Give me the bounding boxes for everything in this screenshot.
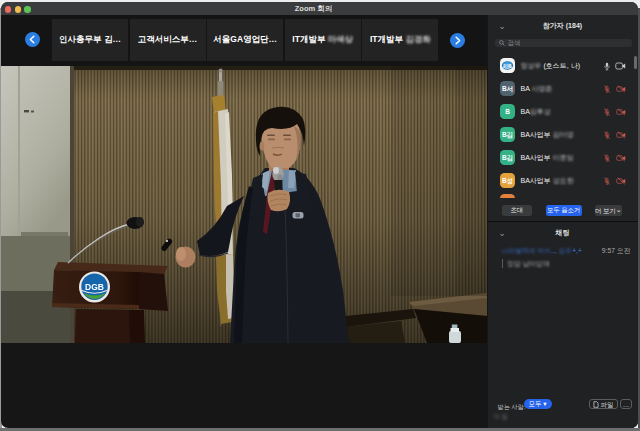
svg-text:DGB: DGB [504,64,512,68]
svg-text:DGB: DGB [85,282,104,292]
